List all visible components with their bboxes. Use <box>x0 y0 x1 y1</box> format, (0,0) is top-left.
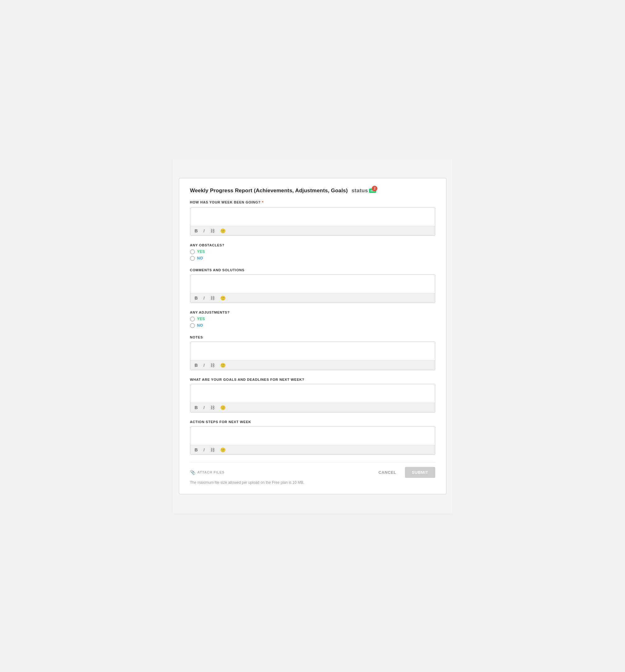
radio-adjustments-yes[interactable]: YES <box>190 317 435 321</box>
form-title: Weekly Progress Report (Achievements, Ad… <box>190 188 348 194</box>
radio-group-adjustments: YES NO <box>190 317 435 328</box>
radio-group-obstacles: YES NO <box>190 249 435 261</box>
section-adjustments: ANY ADJUSTMENTS? YES NO <box>190 311 435 328</box>
label-obstacles: ANY OBSTACLES? <box>190 243 435 247</box>
form-card: Weekly Progress Report (Achievements, Ad… <box>179 178 447 494</box>
submit-button[interactable]: SUBMIT <box>405 467 435 478</box>
link-btn-comments[interactable]: ⛓ <box>209 295 216 301</box>
footer-actions: CANCEL SUBMIT <box>375 467 435 478</box>
link-btn-goals[interactable]: ⛓ <box>209 405 216 410</box>
bold-btn-goals[interactable]: B <box>193 405 199 410</box>
link-btn-week[interactable]: ⛓ <box>209 228 216 234</box>
toolbar-goals: B I ⛓ 🙂 <box>190 403 435 412</box>
brand-text: status <box>352 188 368 194</box>
radio-adjustments-no[interactable]: NO <box>190 323 435 328</box>
file-info-text: The maximum file size allowed per upload… <box>190 478 435 485</box>
rich-text-wrapper-week: B I ⛓ 🙂 <box>190 207 435 236</box>
link-btn-notes[interactable]: ⛓ <box>209 362 216 368</box>
emoji-btn-notes[interactable]: 🙂 <box>219 362 227 368</box>
radio-obstacles-no[interactable]: NO <box>190 256 435 261</box>
link-btn-action[interactable]: ⛓ <box>209 447 216 453</box>
radio-label-obstacles-yes: YES <box>197 249 205 254</box>
attach-files-button[interactable]: 📎 ATTACH FILES <box>190 470 224 475</box>
toolbar-action: B I ⛓ 🙂 <box>190 445 435 455</box>
radio-input-obstacles-no[interactable] <box>190 256 195 261</box>
toolbar-comments: B I ⛓ 🙂 <box>190 293 435 303</box>
notification-dot: 2 <box>372 186 377 191</box>
textarea-week-going[interactable] <box>190 208 435 225</box>
radio-label-adjustments-no: NO <box>197 323 203 328</box>
textarea-action-steps[interactable] <box>190 427 435 443</box>
label-week-going: HOW HAS YOUR WEEK BEEN GOING? * <box>190 200 435 205</box>
section-obstacles: ANY OBSTACLES? YES NO <box>190 243 435 261</box>
bold-btn-comments[interactable]: B <box>193 295 199 301</box>
bold-btn-notes[interactable]: B <box>193 362 199 368</box>
emoji-btn-week[interactable]: 🙂 <box>219 228 227 234</box>
italic-btn-goals[interactable]: I <box>202 405 206 410</box>
radio-input-obstacles-yes[interactable] <box>190 249 195 254</box>
italic-btn-notes[interactable]: I <box>202 362 206 368</box>
label-goals: WHAT ARE YOUR GOALS AND DEADLINES FOR NE… <box>190 378 435 381</box>
cancel-button[interactable]: CANCEL <box>375 467 400 477</box>
textarea-comments[interactable] <box>190 275 435 292</box>
label-comments: COMMENTS AND SOLUTIONS <box>190 268 435 272</box>
italic-btn-week[interactable]: I <box>202 228 206 234</box>
textarea-notes[interactable] <box>190 342 435 359</box>
textarea-goals[interactable] <box>190 384 435 401</box>
page-wrapper: Weekly Progress Report (Achievements, Ad… <box>173 159 453 513</box>
form-footer: 📎 ATTACH FILES CANCEL SUBMIT <box>190 462 435 478</box>
section-action-steps: ACTION STEPS FOR NEXT WEEK B I ⛓ 🙂 <box>190 420 435 455</box>
rich-text-wrapper-comments: B I ⛓ 🙂 <box>190 274 435 303</box>
rich-text-wrapper-notes: B I ⛓ 🙂 <box>190 342 435 370</box>
radio-input-adjustments-no[interactable] <box>190 323 195 328</box>
emoji-btn-action[interactable]: 🙂 <box>219 447 227 453</box>
emoji-btn-goals[interactable]: 🙂 <box>219 405 227 410</box>
form-header: Weekly Progress Report (Achievements, Ad… <box>190 188 435 194</box>
bold-btn-action[interactable]: B <box>193 447 199 453</box>
paperclip-icon: 📎 <box>190 470 196 475</box>
radio-obstacles-yes[interactable]: YES <box>190 249 435 254</box>
section-week-going: HOW HAS YOUR WEEK BEEN GOING? * B I ⛓ 🙂 <box>190 200 435 236</box>
italic-btn-action[interactable]: I <box>202 447 206 453</box>
italic-btn-comments[interactable]: I <box>202 295 206 301</box>
section-comments: COMMENTS AND SOLUTIONS B I ⛓ 🙂 <box>190 268 435 303</box>
brand-container: status net 2 <box>352 188 377 194</box>
radio-label-obstacles-no: NO <box>197 256 203 260</box>
label-notes: NOTES <box>190 335 435 339</box>
bold-btn-week[interactable]: B <box>193 228 199 234</box>
required-star: * <box>262 200 264 205</box>
section-notes: NOTES B I ⛓ 🙂 <box>190 335 435 370</box>
label-action-steps: ACTION STEPS FOR NEXT WEEK <box>190 420 435 424</box>
toolbar-notes: B I ⛓ 🙂 <box>190 360 435 370</box>
radio-input-adjustments-yes[interactable] <box>190 317 195 321</box>
rich-text-wrapper-goals: B I ⛓ 🙂 <box>190 384 435 412</box>
emoji-btn-comments[interactable]: 🙂 <box>219 295 227 301</box>
section-goals: WHAT ARE YOUR GOALS AND DEADLINES FOR NE… <box>190 378 435 412</box>
rich-text-wrapper-action: B I ⛓ 🙂 <box>190 426 435 455</box>
radio-label-adjustments-yes: YES <box>197 317 205 321</box>
toolbar-week: B I ⛓ 🙂 <box>190 226 435 236</box>
attach-label: ATTACH FILES <box>197 471 224 474</box>
label-adjustments: ANY ADJUSTMENTS? <box>190 311 435 314</box>
